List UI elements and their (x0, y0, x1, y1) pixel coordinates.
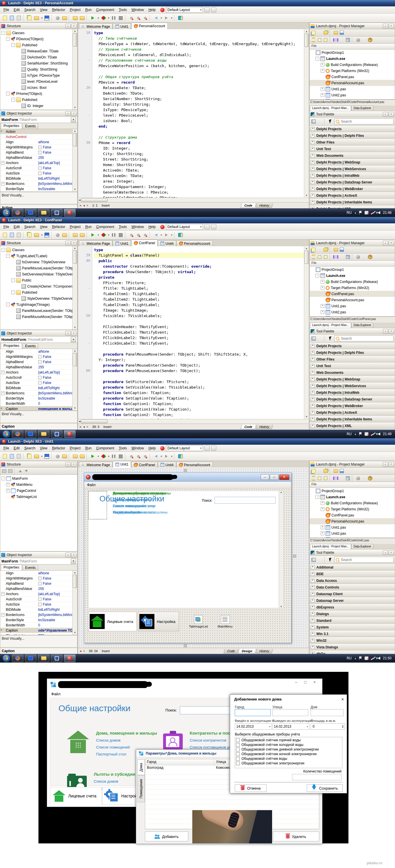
menu-item[interactable]: Window (129, 224, 146, 230)
help-insight-icon[interactable] (177, 232, 184, 238)
tree-item[interactable]: -Classes (0, 247, 72, 253)
tree-expander[interactable]: - (316, 495, 319, 499)
volume-icon[interactable] (377, 433, 380, 435)
add-to-project-icon[interactable] (15, 232, 22, 238)
close-icon[interactable]: × (71, 553, 76, 557)
property-expander[interactable]: + (1, 182, 5, 185)
navigate-back-icon[interactable] (153, 232, 159, 238)
tree-item[interactable]: -Classes (0, 30, 72, 36)
separator[interactable] (150, 15, 152, 21)
tree-expander[interactable]: + (321, 525, 324, 529)
property-row[interactable]: BorderStylebsSizeable (0, 396, 72, 401)
volume-icon[interactable] (377, 657, 380, 660)
separator[interactable] (51, 15, 53, 21)
checkbox[interactable] (236, 748, 240, 751)
property-value[interactable]: bsSizeable (38, 396, 72, 400)
property-value[interactable]: False (38, 360, 72, 364)
menu-item[interactable]: Help (146, 7, 158, 13)
sort-dropdown-icon[interactable] (339, 37, 344, 42)
project-tree-item[interactable]: -Launch.exe (310, 56, 395, 62)
property-row[interactable]: AlignWithMarginsFalse (0, 576, 72, 581)
menu-item[interactable]: Window (129, 445, 146, 451)
tree-expander[interactable]: - (6, 92, 10, 95)
delete-button[interactable]: Удалить (273, 832, 319, 841)
sort-dropdown-icon[interactable] (339, 254, 344, 259)
firefox-taskbar-button[interactable] (12, 430, 24, 438)
stop-icon[interactable] (160, 8, 165, 12)
run-dropdown-icon[interactable] (97, 232, 99, 238)
tool-palette-category[interactable]: +Standard (309, 617, 395, 624)
platform-dropdown-icon[interactable] (373, 254, 379, 259)
tool-palette-category[interactable]: +Web Documents (309, 369, 395, 376)
structure-panel-header[interactable]: Structure⊥× (0, 461, 77, 468)
run-icon[interactable] (90, 15, 96, 21)
pin-icon[interactable]: ⊥ (65, 24, 71, 28)
pin-icon[interactable]: ⊥ (65, 241, 71, 245)
separator[interactable] (125, 454, 127, 459)
close-icon[interactable]: × (341, 697, 344, 702)
project-tree-item[interactable]: +Target Platforms (Win32) (310, 506, 395, 512)
build-dropdown-icon[interactable] (361, 476, 367, 481)
tree-item[interactable]: -Published (0, 289, 72, 296)
project-tree-item[interactable]: +Target Platforms (Win32) (310, 285, 395, 291)
close-icon[interactable]: × (71, 111, 76, 116)
component-mainmenu[interactable]: MainMenu (218, 615, 232, 628)
trace-into-icon[interactable] (135, 232, 141, 238)
separator[interactable] (14, 468, 16, 474)
group-link[interactable]: Расчёт и начисление госпошлины (113, 510, 171, 515)
tab-confpanel[interactable]: ConfPanel (131, 462, 158, 468)
close-button[interactable]: × (279, 474, 290, 480)
powershell-taskbar-button[interactable] (25, 209, 36, 216)
volume-icon[interactable] (377, 211, 380, 214)
tool-palette-category[interactable]: +Delphi Projects | WebSnap (309, 376, 395, 382)
close-icon[interactable]: × (389, 24, 394, 28)
tool-palette-search[interactable] (334, 557, 394, 563)
help-insight-icon[interactable] (177, 453, 184, 460)
property-value[interactable]: [akLeft,akTop] (38, 370, 72, 374)
delphi-taskbar-button[interactable] (64, 430, 75, 438)
pin-icon[interactable]: ⊥ (65, 331, 71, 336)
property-row[interactable]: +Anchors[akLeft,akTop] (0, 160, 72, 165)
move-down-icon[interactable] (24, 468, 29, 474)
tree-item[interactable]: -PDevice(TObject) (0, 36, 72, 42)
view-tab[interactable]: Code (240, 204, 256, 208)
object-inspector-header[interactable]: Object Inspector⊥× (0, 552, 77, 558)
menu-item[interactable]: Refactor (50, 445, 67, 451)
tab-properties[interactable]: Properties (1, 564, 22, 570)
separator[interactable] (69, 232, 71, 238)
project-manager-header[interactable]: Launch.dproj - Project Manager⊥× (309, 240, 395, 246)
project-tree-item[interactable]: +Unit2.pas (310, 530, 395, 536)
views-dropdown-icon[interactable] (345, 30, 351, 35)
tool-palette-category[interactable]: +Data Controls (309, 584, 395, 591)
property-row[interactable]: AlphaBlendValue255 (0, 365, 72, 370)
close-icon[interactable]: × (389, 112, 394, 117)
tab-data-explorer[interactable]: Data Explorer (351, 544, 373, 549)
property-value[interactable]: [biSystemMenu,biMinimize, (38, 182, 72, 186)
tree-expander[interactable]: - (6, 37, 10, 41)
open-file-icon[interactable] (33, 232, 40, 238)
tool-palette-category[interactable]: +BDE (309, 570, 395, 577)
tab-events[interactable]: Events (23, 343, 38, 349)
menu-item[interactable]: Component (94, 224, 117, 230)
compile-icon[interactable] (54, 232, 61, 238)
sort-by-icon[interactable] (333, 254, 338, 259)
search-input[interactable] (215, 497, 275, 504)
tool-palette-category[interactable]: +Datasnap Server (309, 597, 395, 604)
close-icon[interactable]: × (389, 550, 394, 555)
separator[interactable] (23, 232, 25, 238)
tree-expander[interactable]: + (6, 489, 10, 492)
menu-item[interactable]: Tools (117, 445, 129, 451)
build-groups-icon[interactable] (345, 37, 351, 42)
separator[interactable] (174, 232, 176, 238)
views-dropdown-icon[interactable] (345, 468, 351, 474)
sync-error-icon[interactable] (365, 211, 368, 214)
categories-icon[interactable] (311, 119, 316, 124)
group-link[interactable]: Список помещений (96, 745, 157, 749)
tray-expand-icon[interactable]: ▲ (354, 212, 357, 214)
property-row[interactable]: BorderWidth0 (0, 623, 72, 628)
new-dropdown-icon[interactable] (317, 247, 322, 252)
tree-expander[interactable]: + (321, 87, 324, 91)
date-from-picker[interactable]: 14.02.2013▾ (235, 723, 272, 730)
forward-dropdown-icon[interactable] (170, 232, 173, 238)
debug-dropdown-icon[interactable] (107, 453, 110, 460)
